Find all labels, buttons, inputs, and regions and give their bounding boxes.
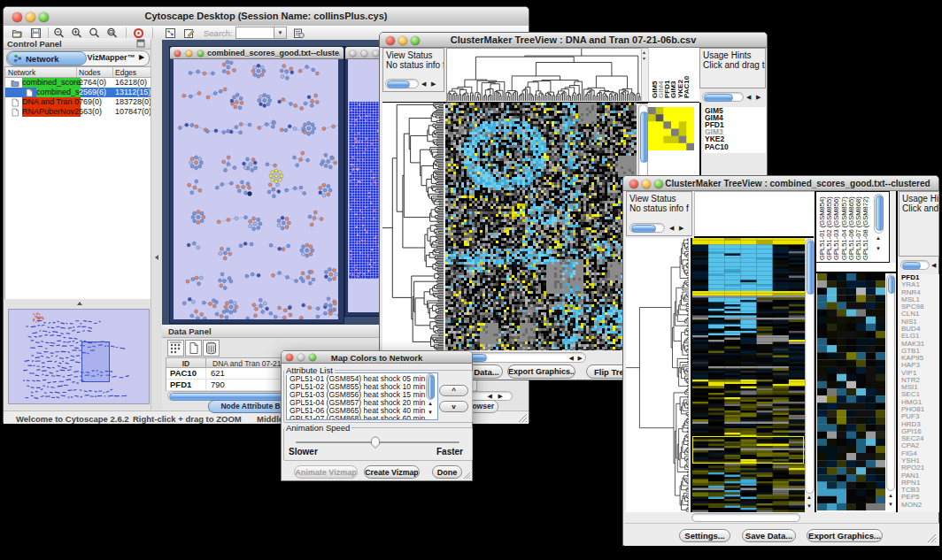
scroll-left-icon[interactable]: ◀ (488, 393, 492, 400)
tv1-vscroll-thumb[interactable] (640, 111, 648, 163)
main-titlebar[interactable]: Cytoscape Desktop (Session Name: collins… (4, 7, 529, 27)
scroll-down-icon[interactable]: ▼ (428, 410, 433, 415)
new-attribute-icon[interactable] (185, 340, 202, 357)
tv2-heatmap[interactable] (691, 238, 805, 512)
zoom-button[interactable] (197, 50, 204, 57)
scroll-right-icon[interactable]: ▶ (756, 94, 761, 101)
scroll-left-icon[interactable]: ◀ (421, 81, 426, 88)
network-overview[interactable] (8, 309, 150, 404)
tv1-column-label[interactable]: PAC10 (683, 76, 691, 98)
search-dropdown-button[interactable]: ▼ (274, 27, 287, 39)
scroll-up-icon[interactable]: ▲ (428, 401, 433, 406)
resize-grip[interactable] (462, 471, 471, 479)
tv2-settings-button[interactable]: Settings... (679, 529, 730, 542)
attribute-list-vscroll[interactable] (426, 373, 435, 400)
tv1-zoom-row-label[interactable]: PAC10 (705, 143, 729, 150)
create-vizmap-button[interactable]: Create Vizmap (364, 465, 420, 479)
tv1-status-scrollbar[interactable] (385, 79, 419, 88)
scroll-left-icon[interactable]: ◀ (931, 262, 936, 269)
report-icon[interactable] (293, 27, 305, 39)
tv2-vscrollbar[interactable] (805, 239, 815, 494)
tv2-export-graphics-button[interactable]: Export Graphics... (807, 529, 883, 542)
minimize-button[interactable] (361, 50, 367, 57)
network-canvas[interactable] (174, 59, 338, 319)
tab-network[interactable]: Network (7, 51, 87, 65)
network-table-header-nodes[interactable]: Nodes (79, 68, 101, 77)
tv1-column-dendrogram[interactable] (446, 48, 642, 104)
tv2-status-scrollbar[interactable] (629, 223, 665, 233)
tv2-zoom-heatmap[interactable] (817, 273, 885, 510)
network-table-header-network[interactable]: Network (8, 68, 35, 77)
close-button[interactable] (174, 50, 181, 57)
tv1-zoom-hscrollbar[interactable] (702, 92, 744, 102)
attribute-select-icon[interactable] (167, 340, 184, 357)
network-table-row[interactable]: combined_scores_2764(0)16218(0) (5, 78, 151, 88)
tv2-hscrollbar[interactable] (691, 513, 800, 522)
delete-attribute-icon[interactable] (203, 340, 220, 357)
attribute-list-item[interactable]: GPL51-07 (GSM868) heat shock 60 min (287, 415, 437, 420)
scroll-left-icon[interactable]: ◀ (569, 355, 574, 362)
tv1-column-labels[interactable]: GIM5GIM4PFD1GIM3YKE2PAC10 (648, 48, 699, 102)
tv2-gene-labels[interactable]: PFD1YRA1RNR4MSL1SPC98CLN1NIS1BUD4ELG1MAK… (900, 274, 939, 512)
tab-vizmapper[interactable]: VizMapper™ (86, 51, 136, 64)
dialog-titlebar[interactable]: Map Colors to Network (282, 351, 472, 364)
scroll-up-icon[interactable]: ▲ (807, 495, 812, 500)
network-table-header-edges[interactable]: Edges (115, 68, 136, 77)
network-table-row[interactable]: combined_sco2569(6)13112(15) (5, 88, 151, 97)
network-tab-icon (13, 54, 22, 63)
tv2-save-data-button[interactable]: Save Data... (742, 529, 796, 542)
animation-speed-slider[interactable] (296, 435, 459, 449)
search-input[interactable] (236, 27, 275, 39)
network-table-row[interactable]: RNAPuberNov2+M563(0)107847(0) (5, 107, 151, 117)
slider-thumb[interactable] (370, 436, 381, 449)
tv2-gene-label[interactable]: MON2 (901, 502, 922, 509)
animate-vizmap-button[interactable]: Animate Vizmap (294, 465, 358, 479)
tabs-overflow-button[interactable]: ▶ (139, 53, 148, 62)
tv1-heatmap[interactable] (445, 103, 637, 350)
overview-viewport-rect[interactable] (81, 341, 110, 382)
tv1-row-dendrogram[interactable] (382, 103, 444, 350)
scroll-down-icon[interactable]: ▼ (876, 246, 881, 251)
scroll-right-icon[interactable]: ▶ (498, 393, 503, 400)
scroll-right-icon[interactable]: ▶ (578, 355, 583, 362)
tv2-titlebar[interactable]: ClusterMaker TreeView : combined_scores_… (623, 176, 938, 191)
overview-grid-icon[interactable] (165, 27, 176, 39)
close-button[interactable] (629, 180, 638, 188)
split-divider-vertical[interactable] (151, 40, 163, 410)
attribute-list[interactable]: GPL51-01 (GSM854) heat shock 05 minGPL51… (286, 372, 438, 420)
network-table-row[interactable]: DNA and Tran 07769(0)183728(0) (5, 97, 151, 107)
tv2-zoom-hscrollbar[interactable] (900, 260, 930, 270)
close-button[interactable] (350, 50, 356, 57)
scroll-left-icon[interactable]: ◀ (746, 94, 751, 101)
move-down-button[interactable]: v (439, 401, 468, 412)
scroll-right-icon[interactable]: ▶ (679, 225, 683, 232)
minimize-button[interactable] (642, 180, 651, 188)
done-button[interactable]: Done (432, 465, 462, 479)
zoom-button[interactable] (373, 50, 379, 57)
tv1-zoom-heatmap[interactable] (648, 107, 694, 150)
resize-grip[interactable] (926, 533, 937, 543)
tv1-titlebar[interactable]: ClusterMaker TreeView : DNA and Tran 07-… (380, 33, 767, 48)
tv1-export-graphics-button[interactable]: Export Graphics... (507, 364, 575, 379)
tv1-view-status: View Status No status info f ◀ ▶ (382, 48, 444, 92)
tv1-zoom-row-labels[interactable]: GIM5GIM4PFD1GIM3YKE2PAC10 (704, 107, 766, 153)
tv2-zoom-vscroll[interactable] (886, 274, 895, 491)
minimize-button[interactable] (186, 50, 192, 57)
tv2-row-dendrogram[interactable] (626, 238, 691, 512)
split-divider-horizontal[interactable] (4, 299, 151, 309)
move-up-button[interactable]: ^ (439, 385, 468, 396)
scroll-right-icon[interactable]: ▶ (431, 81, 436, 88)
tv2-column-labels[interactable]: GPL51-01 (GSM854)GPL51-02 (GSM855)GPL51-… (815, 191, 890, 263)
scroll-up-icon[interactable]: ▲ (876, 235, 881, 241)
tv2-collabel-vscroll[interactable] (874, 194, 884, 234)
scroll-up-icon[interactable]: ▲ (888, 493, 893, 498)
editor-icon[interactable] (183, 27, 195, 39)
tv2-vscroll-thumb[interactable] (807, 241, 815, 295)
tv2-column-label[interactable]: GPL51-08 (GSM872) (862, 196, 869, 260)
float-panel-icon[interactable] (136, 39, 145, 48)
scroll-down-icon[interactable]: ▼ (888, 502, 893, 507)
column-header-id[interactable]: ID (166, 359, 205, 368)
scroll-left-icon[interactable]: ◀ (669, 225, 674, 232)
scroll-down-icon[interactable]: ▼ (807, 503, 812, 509)
resize-grip[interactable] (517, 412, 528, 423)
